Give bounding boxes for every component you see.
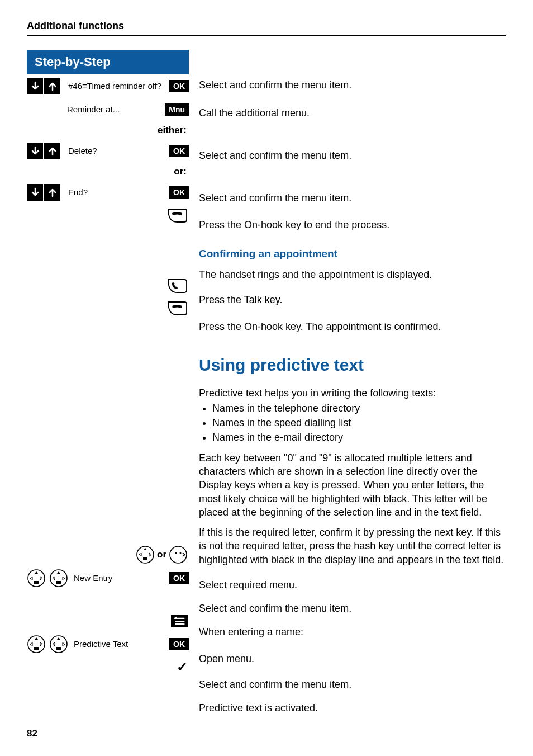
- menu-key-icon: [171, 615, 188, 627]
- confirm-intro: The handset rings and the appointment is…: [199, 268, 506, 281]
- header-rule: [27, 35, 506, 36]
- ok-key: OK: [169, 186, 189, 199]
- display-text: Delete?: [66, 146, 169, 155]
- up-arrow-icon: [44, 184, 60, 201]
- either-label: either:: [27, 121, 189, 139]
- predictive-heading: Using predictive text: [199, 354, 506, 377]
- onhook-key-icon: [166, 207, 188, 223]
- down-arrow-icon: [27, 78, 43, 94]
- select-menu-desc: Select required menu.: [199, 578, 297, 592]
- nav-key-icon: [49, 569, 68, 588]
- confirming-heading: Confirming an appointment: [199, 247, 506, 261]
- nav-arrows: [27, 78, 61, 94]
- predictive-select-desc: Select and confirm the menu item.: [199, 678, 351, 691]
- nav-arrows: [27, 143, 61, 159]
- display-text: End?: [66, 187, 169, 197]
- step-desc: Select and confirm the menu item.: [199, 78, 351, 92]
- entering-name-desc: When entering a name:: [199, 625, 303, 639]
- predictive-para2: If this is the required letter, confirm …: [199, 526, 506, 566]
- bullet-item: Names in the e-mail directory: [212, 431, 506, 444]
- or-label: or:: [27, 163, 189, 181]
- predictive-activated-desc: Predictive text is activated.: [199, 701, 318, 715]
- ok-key: OK: [169, 80, 189, 92]
- step-desc: Select and confirm the menu item.: [199, 149, 351, 162]
- down-arrow-icon: [27, 184, 43, 201]
- or-label: or: [157, 549, 166, 560]
- display-text: New Entry: [72, 573, 169, 583]
- new-entry-desc: Select and confirm the menu item.: [199, 602, 351, 615]
- nav-arrows: [27, 184, 61, 201]
- open-menu-desc: Open menu.: [199, 652, 254, 665]
- up-arrow-icon: [44, 143, 60, 159]
- step-by-step-header: Step-by-Step: [27, 50, 189, 74]
- up-arrow-icon: [44, 78, 60, 94]
- bullet-item: Names in the telephone directory: [212, 401, 506, 415]
- mnu-key: Mnu: [165, 103, 189, 116]
- onhook-key-icon: [166, 300, 188, 316]
- step-desc: Press the On-hook key to end the process…: [199, 218, 389, 231]
- talk-key-icon: [166, 278, 188, 294]
- nav-key-icon: [27, 635, 46, 654]
- ok-key: OK: [169, 145, 189, 157]
- nav-key-icon: [27, 569, 46, 588]
- checkmark-icon: ✓: [177, 659, 188, 675]
- down-arrow-icon: [27, 143, 43, 159]
- nav-key-icon: [136, 545, 155, 564]
- predictive-para1: Each key between "0" and "9" is allocate…: [199, 451, 506, 519]
- page-number: 82: [27, 728, 37, 739]
- ok-key: OK: [169, 572, 189, 584]
- display-text: #46=Timed reminder off?: [66, 81, 169, 91]
- nav-dots-key-icon: [169, 545, 188, 564]
- nav-key-icon: [49, 635, 68, 654]
- onhook-desc: Press the On-hook key. The appointment i…: [199, 320, 441, 333]
- predictive-intro: Predictive text helps you in writing the…: [199, 386, 506, 400]
- ok-key: OK: [169, 638, 189, 650]
- predictive-bullets: Names in the telephone directory Names i…: [212, 401, 506, 445]
- display-text: Predictive Text: [72, 639, 169, 649]
- talk-desc: Press the Talk key.: [199, 293, 282, 306]
- step-desc: Select and confirm the menu item.: [199, 191, 351, 205]
- page-header: Additional functions: [27, 20, 506, 32]
- display-text: Reminder at...: [65, 105, 165, 114]
- bullet-item: Names in the speed dialling list: [212, 416, 506, 429]
- step-desc: Call the additional menu.: [199, 106, 310, 120]
